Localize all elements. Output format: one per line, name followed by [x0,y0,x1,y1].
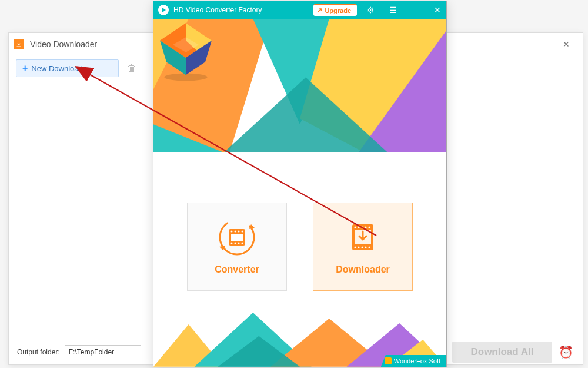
svg-point-30 [362,226,363,228]
downloader-icon [344,218,382,256]
fox-icon [385,357,392,364]
footer-art: WonderFox Soft [153,313,446,367]
svg-point-33 [355,246,356,248]
svg-point-24 [235,242,236,244]
svg-point-20 [235,230,236,232]
downloader-label: Downloader [336,264,390,275]
svg-point-35 [362,246,363,248]
converter-label: Converter [215,264,259,275]
converter-card[interactable]: Converter [187,203,287,291]
settings-gear-icon[interactable]: ⚙ [362,1,379,19]
upgrade-button[interactable]: ↗ Upgrade [313,4,357,16]
upgrade-label: Upgrade [325,7,351,14]
feature-cards: Converter Downloader [153,153,446,313]
plus-icon: + [22,64,28,73]
brand-badge[interactable]: WonderFox Soft [381,355,446,367]
hero-banner [153,19,446,153]
main-titlebar: HD Video Converter Factory ↗ Upgrade ⚙ ☰… [153,1,446,19]
svg-point-34 [358,246,360,248]
svg-point-25 [238,242,240,244]
upgrade-arrow-icon: ↗ [317,6,322,14]
svg-point-29 [358,226,360,228]
svg-rect-18 [231,234,243,241]
converter-icon [218,218,256,256]
svg-point-19 [231,230,233,232]
download-all-button[interactable]: Download All [452,342,552,363]
main-app-window: HD Video Converter Factory ↗ Upgrade ⚙ ☰… [153,1,447,367]
svg-point-28 [355,226,356,228]
new-download-button[interactable]: + New Download [16,59,119,77]
minimize-button[interactable]: — [534,35,556,53]
new-download-label: New Download [31,64,82,73]
svg-point-21 [238,230,240,232]
output-folder-label: Output folder: [17,348,60,356]
svg-point-23 [231,242,233,244]
output-folder-input[interactable] [65,345,141,359]
downloader-app-icon [14,39,24,49]
svg-point-26 [242,242,243,244]
brand-label: WonderFox Soft [394,357,440,364]
close-button[interactable]: ✕ [556,35,577,53]
svg-point-22 [242,230,243,232]
main-minimize-button[interactable]: — [406,1,424,19]
downloader-card[interactable]: Downloader [313,203,413,291]
svg-point-32 [369,226,370,228]
delete-icon[interactable]: 🗑 [127,63,136,74]
main-close-button[interactable]: ✕ [429,1,446,19]
app-logo-icon [158,5,169,15]
tasks-list-icon[interactable]: ☰ [384,1,402,19]
svg-point-36 [365,246,367,248]
svg-point-37 [369,246,370,248]
svg-point-31 [365,226,367,228]
alarm-clock-icon[interactable]: ⏰ [557,343,574,361]
hero-3d-logo-icon [153,19,218,84]
main-title: HD Video Converter Factory [173,6,309,14]
